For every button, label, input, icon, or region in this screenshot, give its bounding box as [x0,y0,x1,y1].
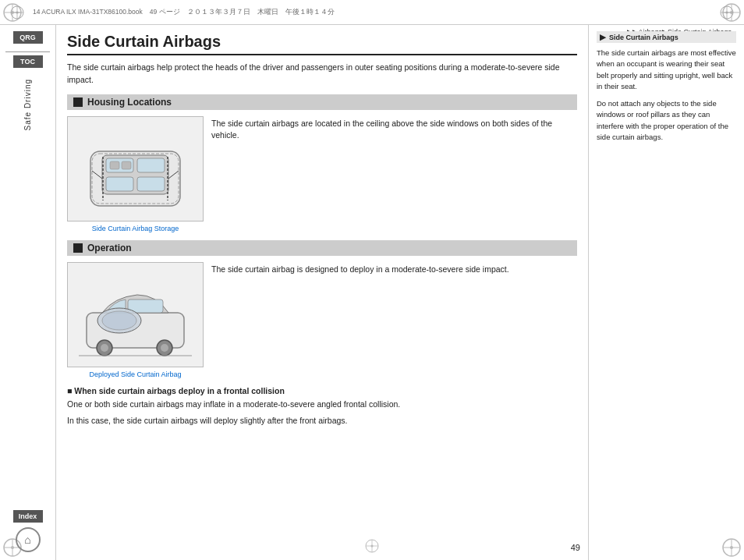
toc-button[interactable]: TOC [13,55,43,68]
svg-point-19 [16,11,19,13]
svg-point-49 [371,545,374,548]
section1-content: Side Curtain Airbag Storage The side cur… [67,116,577,232]
svg-rect-30 [110,161,119,169]
housing-diagram [67,116,204,222]
bottom-center-crosshair [364,538,380,555]
svg-point-40 [102,311,136,330]
rsb-label: ▶ Side Curtain Airbags [597,31,736,43]
home-icon[interactable]: ⌂ [16,527,41,552]
svg-rect-28 [106,177,133,191]
section2-description: The side curtain airbag is designed to d… [211,262,577,378]
home-button[interactable]: ⌂ [16,527,41,552]
main-content: Side Curtain Airbags The side curtain ai… [56,25,588,560]
svg-rect-29 [137,177,165,191]
rsb-arrow-icon: ▶ [600,33,606,41]
file-info: 14 ACURA ILX IMA-31TX86100.book 49 ページ ２… [33,8,335,17]
left-sidebar: QRG TOC Safe Driving Index ⌂ [0,25,56,560]
svg-point-23 [726,11,728,13]
operation-diagram [67,262,204,367]
section2-content: Deployed Side Curtain Airbag The side cu… [67,262,577,378]
qrg-button[interactable]: QRG [13,31,43,44]
section1-icon [73,97,83,107]
section1-description: The side curtain airbags are located in … [211,116,577,232]
index-button[interactable]: Index [13,510,43,523]
frontal-collision-text1: One or both side curtain airbags may inf… [67,399,577,411]
svg-rect-27 [137,158,165,172]
rsb-para2: Do not attach any objects to the side wi… [597,98,736,143]
section1-header: Housing Locations [67,94,577,110]
page-number: 49 [571,543,580,552]
svg-point-42 [101,344,108,352]
section-label: Safe Driving [23,79,32,130]
section2-icon [73,243,83,253]
rsb-para1: The side curtain airbags are most effect… [597,48,736,92]
header-strip: 14 ACURA ILX IMA-31TX86100.book 49 ページ ２… [0,0,744,25]
right-sidebar: ▶ Side Curtain Airbags The side curtain … [588,25,744,560]
intro-text: The side curtain airbags help protect th… [67,62,577,87]
page-title: Side Curtain Airbags [67,33,577,55]
svg-rect-31 [122,161,131,169]
frontal-collision-heading: ■ When side curtain airbags deploy in a … [67,386,577,395]
housing-diagram-label: Side Curtain Airbag Storage [92,225,179,232]
operation-diagram-label: Deployed Side Curtain Airbag [89,370,181,378]
section2-header: Operation [67,240,577,256]
svg-point-44 [161,344,168,352]
frontal-collision-text2: In this case, the side curtain airbags w… [67,415,577,427]
